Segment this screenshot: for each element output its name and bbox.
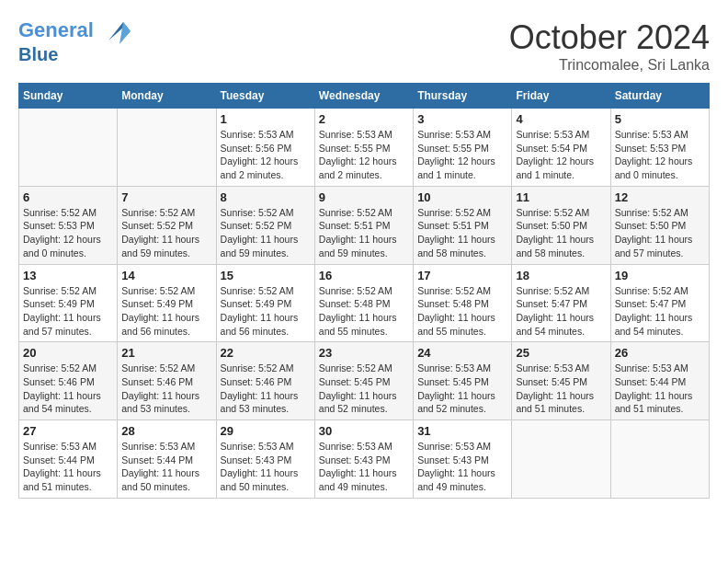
day-number: 16 [319, 269, 409, 282]
day-info: Sunrise: 5:53 AMSunset: 5:43 PMDaylight:… [221, 440, 311, 494]
day-info: Sunrise: 5:52 AMSunset: 5:51 PMDaylight:… [417, 206, 507, 260]
day-number: 8 [221, 190, 311, 204]
weekday-header-row: SundayMondayTuesdayWednesdayThursdayFrid… [19, 84, 710, 109]
day-info: Sunrise: 5:52 AMSunset: 5:50 PMDaylight:… [516, 206, 606, 260]
day-info: Sunrise: 5:53 AMSunset: 5:43 PMDaylight:… [417, 440, 507, 494]
day-cell-8: 8Sunrise: 5:52 AMSunset: 5:52 PMDaylight… [216, 186, 314, 264]
day-info: Sunrise: 5:53 AMSunset: 5:44 PMDaylight:… [121, 440, 211, 494]
day-cell-28: 28Sunrise: 5:53 AMSunset: 5:44 PMDayligh… [118, 420, 216, 499]
day-cell-31: 31Sunrise: 5:53 AMSunset: 5:43 PMDayligh… [414, 420, 512, 499]
day-info: Sunrise: 5:52 AMSunset: 5:50 PMDaylight:… [615, 206, 705, 260]
day-cell-25: 25Sunrise: 5:53 AMSunset: 5:45 PMDayligh… [512, 342, 610, 420]
day-info: Sunrise: 5:52 AMSunset: 5:49 PMDaylight:… [23, 284, 113, 339]
day-number: 22 [221, 346, 311, 360]
day-number: 15 [221, 269, 311, 282]
day-cell-17: 17Sunrise: 5:52 AMSunset: 5:48 PMDayligh… [414, 264, 512, 342]
day-cell-24: 24Sunrise: 5:53 AMSunset: 5:45 PMDayligh… [414, 342, 512, 420]
empty-cell [19, 109, 118, 187]
day-cell-30: 30Sunrise: 5:53 AMSunset: 5:43 PMDayligh… [314, 420, 413, 499]
day-number: 2 [319, 112, 409, 126]
day-cell-9: 9Sunrise: 5:52 AMSunset: 5:51 PMDaylight… [314, 186, 413, 264]
day-number: 21 [121, 346, 211, 360]
weekday-header-sunday: Sunday [19, 84, 118, 109]
weekday-header-monday: Monday [118, 84, 216, 109]
day-cell-5: 5Sunrise: 5:53 AMSunset: 5:53 PMDaylight… [610, 109, 709, 187]
day-cell-4: 4Sunrise: 5:53 AMSunset: 5:54 PMDaylight… [512, 109, 610, 187]
day-number: 9 [319, 190, 409, 204]
day-cell-12: 12Sunrise: 5:52 AMSunset: 5:50 PMDayligh… [610, 186, 709, 264]
calendar-table: SundayMondayTuesdayWednesdayThursdayFrid… [18, 83, 710, 499]
day-number: 3 [417, 112, 507, 126]
day-number: 5 [615, 112, 705, 126]
weekday-header-saturday: Saturday [610, 84, 709, 109]
day-cell-22: 22Sunrise: 5:52 AMSunset: 5:46 PMDayligh… [216, 342, 314, 420]
month-title: October 2024 [509, 18, 710, 57]
day-info: Sunrise: 5:53 AMSunset: 5:56 PMDaylight:… [221, 128, 311, 182]
day-info: Sunrise: 5:52 AMSunset: 5:47 PMDaylight:… [516, 284, 606, 339]
day-cell-7: 7Sunrise: 5:52 AMSunset: 5:52 PMDaylight… [118, 186, 216, 264]
week-row-1: 1Sunrise: 5:53 AMSunset: 5:56 PMDaylight… [19, 109, 710, 187]
day-info: Sunrise: 5:53 AMSunset: 5:45 PMDaylight:… [516, 362, 606, 416]
day-number: 20 [23, 346, 113, 360]
day-info: Sunrise: 5:52 AMSunset: 5:45 PMDaylight:… [319, 362, 409, 416]
day-info: Sunrise: 5:52 AMSunset: 5:49 PMDaylight:… [121, 284, 211, 339]
weekday-header-tuesday: Tuesday [216, 84, 314, 109]
day-info: Sunrise: 5:53 AMSunset: 5:55 PMDaylight:… [319, 128, 409, 182]
day-cell-20: 20Sunrise: 5:52 AMSunset: 5:46 PMDayligh… [19, 342, 118, 420]
day-info: Sunrise: 5:52 AMSunset: 5:48 PMDaylight:… [417, 284, 507, 339]
logo-text: General [18, 18, 131, 44]
day-number: 26 [615, 346, 705, 360]
day-number: 28 [121, 424, 211, 438]
weekday-header-friday: Friday [512, 84, 610, 109]
day-cell-6: 6Sunrise: 5:52 AMSunset: 5:53 PMDaylight… [19, 186, 118, 264]
weekday-header-thursday: Thursday [414, 84, 512, 109]
day-number: 6 [23, 190, 113, 204]
day-info: Sunrise: 5:52 AMSunset: 5:52 PMDaylight:… [221, 206, 311, 260]
day-cell-3: 3Sunrise: 5:53 AMSunset: 5:55 PMDaylight… [414, 109, 512, 187]
day-number: 23 [319, 346, 409, 360]
day-cell-26: 26Sunrise: 5:53 AMSunset: 5:44 PMDayligh… [610, 342, 709, 420]
empty-cell [610, 420, 709, 499]
day-number: 24 [417, 346, 507, 360]
weekday-header-wednesday: Wednesday [314, 84, 413, 109]
day-number: 18 [516, 269, 606, 282]
day-cell-16: 16Sunrise: 5:52 AMSunset: 5:48 PMDayligh… [314, 264, 413, 342]
week-row-4: 20Sunrise: 5:52 AMSunset: 5:46 PMDayligh… [19, 342, 710, 420]
day-info: Sunrise: 5:53 AMSunset: 5:43 PMDaylight:… [319, 440, 409, 494]
week-row-2: 6Sunrise: 5:52 AMSunset: 5:53 PMDaylight… [19, 186, 710, 264]
day-info: Sunrise: 5:52 AMSunset: 5:46 PMDaylight:… [221, 362, 311, 416]
day-number: 30 [319, 424, 409, 438]
day-number: 14 [121, 269, 211, 282]
day-cell-11: 11Sunrise: 5:52 AMSunset: 5:50 PMDayligh… [512, 186, 610, 264]
logo: General Blue [18, 18, 131, 64]
day-cell-29: 29Sunrise: 5:53 AMSunset: 5:43 PMDayligh… [216, 420, 314, 499]
day-info: Sunrise: 5:53 AMSunset: 5:45 PMDaylight:… [417, 362, 507, 416]
day-number: 31 [417, 424, 507, 438]
day-info: Sunrise: 5:53 AMSunset: 5:55 PMDaylight:… [417, 128, 507, 182]
day-number: 19 [615, 269, 705, 282]
day-cell-21: 21Sunrise: 5:52 AMSunset: 5:46 PMDayligh… [118, 342, 216, 420]
day-info: Sunrise: 5:52 AMSunset: 5:46 PMDaylight:… [121, 362, 211, 416]
week-row-5: 27Sunrise: 5:53 AMSunset: 5:44 PMDayligh… [19, 420, 710, 499]
day-cell-27: 27Sunrise: 5:53 AMSunset: 5:44 PMDayligh… [19, 420, 118, 499]
day-number: 27 [23, 424, 113, 438]
day-cell-23: 23Sunrise: 5:52 AMSunset: 5:45 PMDayligh… [314, 342, 413, 420]
empty-cell [512, 420, 610, 499]
location-subtitle: Trincomalee, Sri Lanka [509, 57, 710, 74]
day-info: Sunrise: 5:52 AMSunset: 5:46 PMDaylight:… [23, 362, 113, 416]
day-cell-14: 14Sunrise: 5:52 AMSunset: 5:49 PMDayligh… [118, 264, 216, 342]
day-info: Sunrise: 5:52 AMSunset: 5:47 PMDaylight:… [615, 284, 705, 339]
empty-cell [118, 109, 216, 187]
day-number: 1 [221, 112, 311, 126]
day-cell-1: 1Sunrise: 5:53 AMSunset: 5:56 PMDaylight… [216, 109, 314, 187]
logo-icon [101, 18, 131, 44]
day-number: 11 [516, 190, 606, 204]
day-info: Sunrise: 5:53 AMSunset: 5:44 PMDaylight:… [615, 362, 705, 416]
day-info: Sunrise: 5:52 AMSunset: 5:51 PMDaylight:… [319, 206, 409, 260]
day-cell-2: 2Sunrise: 5:53 AMSunset: 5:55 PMDaylight… [314, 109, 413, 187]
day-info: Sunrise: 5:53 AMSunset: 5:54 PMDaylight:… [516, 128, 606, 182]
day-cell-18: 18Sunrise: 5:52 AMSunset: 5:47 PMDayligh… [512, 264, 610, 342]
day-info: Sunrise: 5:52 AMSunset: 5:53 PMDaylight:… [23, 206, 113, 260]
title-block: October 2024 Trincomalee, Sri Lanka [509, 18, 710, 74]
day-cell-10: 10Sunrise: 5:52 AMSunset: 5:51 PMDayligh… [414, 186, 512, 264]
